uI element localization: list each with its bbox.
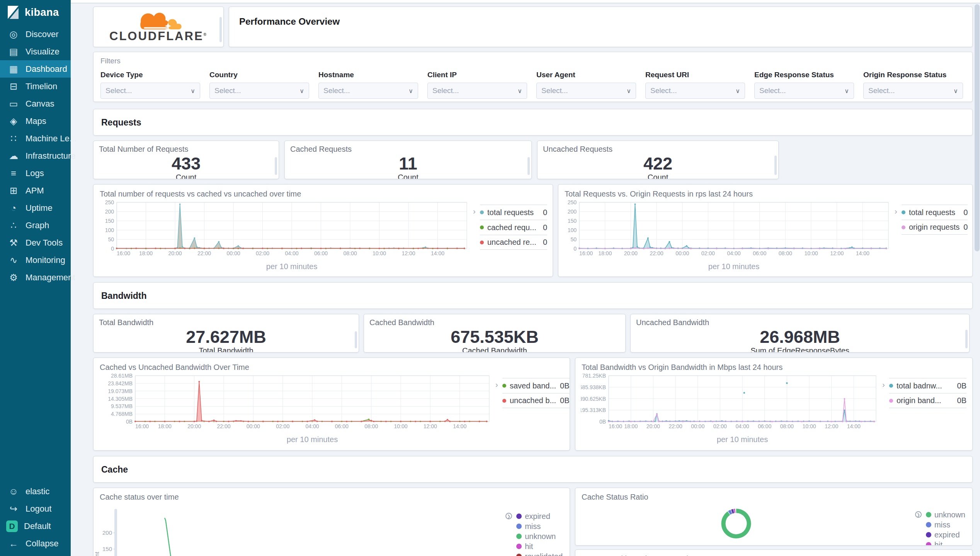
legend-item-hit[interactable]: hit <box>516 541 563 551</box>
filter-user-agent: User AgentSelect...∨ <box>536 71 636 99</box>
stat-sub: Count <box>543 173 773 179</box>
sidebar-item-canvas[interactable]: ▭Canvas <box>0 95 71 112</box>
sidebar-item-label: Logs <box>26 168 44 178</box>
sidebar-item-logout[interactable]: ↪Logout <box>0 500 71 517</box>
sidebar-item-default[interactable]: DDefault <box>0 517 71 535</box>
sidebar-item-label: Discover <box>26 29 59 39</box>
cloudflare-logo-icon <box>128 12 189 31</box>
sidebar-item-logs[interactable]: ≡Logs <box>0 164 71 182</box>
stat-sub: Count <box>290 173 526 179</box>
legend-collapse-icon[interactable]: › <box>473 207 476 216</box>
legend-collapse-icon[interactable]: › <box>895 207 897 216</box>
legend-label: hit <box>525 542 533 551</box>
legend-label: expired <box>525 512 550 521</box>
filter-select-client-ip[interactable]: Select...∨ <box>427 83 527 99</box>
legend-item-miss[interactable]: miss <box>516 521 563 531</box>
sidebar-item-discover[interactable]: ◎Discover <box>0 25 71 43</box>
sidebar-item-visualize[interactable]: ▤Visualize <box>0 43 71 60</box>
legend-dot <box>516 554 522 556</box>
legend-item-origin-requests[interactable]: origin requests0 <box>902 220 968 235</box>
panel-scrollbar[interactable] <box>355 331 357 348</box>
sidebar-item-machine-le[interactable]: ∷Machine Le... <box>0 130 71 147</box>
sidebar-item-uptime[interactable]: ◔Uptime <box>0 199 71 217</box>
svg-text:20:00: 20:00 <box>624 250 638 256</box>
legend-item-total-requests[interactable]: total requests0 <box>480 205 547 220</box>
legend-dot <box>502 399 506 403</box>
chevron-down-icon: ∨ <box>953 87 958 95</box>
svg-text:06:00: 06:00 <box>753 250 766 256</box>
kibana-logo[interactable]: kibana <box>0 0 71 25</box>
x-axis-label: per 10 minutes <box>135 435 489 444</box>
svg-text:00:00: 00:00 <box>226 250 240 256</box>
page-scrollbar-thumb[interactable] <box>975 4 980 251</box>
filter-select-country[interactable]: Select...∨ <box>209 83 309 99</box>
svg-text:14:00: 14:00 <box>453 423 466 429</box>
filter-select-origin-response-status[interactable]: Select...∨ <box>863 83 963 99</box>
sidebar-item-dashboard[interactable]: ▦Dashboard <box>0 60 71 78</box>
svg-text:250: 250 <box>105 200 114 205</box>
chevron-down-icon: ∨ <box>191 87 195 95</box>
legend-item-miss[interactable]: miss <box>926 520 965 530</box>
sidebar-item-collapse[interactable]: ←Collapse <box>0 535 71 552</box>
legend-collapse-icon[interactable]: › <box>882 380 885 389</box>
filter-select-user-agent[interactable]: Select...∨ <box>536 83 636 99</box>
sidebar-item-label: Default <box>24 521 51 531</box>
sidebar-item-timelion[interactable]: ⊟Timelion <box>0 78 71 95</box>
svg-text:04:00: 04:00 <box>727 250 740 256</box>
legend-item-total-badnw[interactable]: total badnw...0B <box>889 378 966 393</box>
filter-select-hostname[interactable]: Select...∨ <box>318 83 418 99</box>
legend-value: 0 <box>963 223 968 232</box>
legend-item-unknown[interactable]: unknown <box>516 531 563 541</box>
filter-select-edge-response-status[interactable]: Select...∨ <box>754 83 854 99</box>
legend-label: uncached re... <box>487 238 539 247</box>
stat-cached-requests: Cached Requests 11 Count <box>284 141 532 179</box>
page-scrollbar[interactable] <box>974 4 980 556</box>
sidebar-item-elastic[interactable]: ☺elastic <box>0 483 71 500</box>
svg-text:06:00: 06:00 <box>335 423 349 429</box>
chevron-down-icon: ∨ <box>735 87 740 95</box>
legend-item-expired[interactable]: ❯expired <box>516 511 563 521</box>
stat-title: Total Number of Requests <box>99 145 273 154</box>
legend-item-hit[interactable]: hit <box>926 540 965 546</box>
sidebar-item-dev-tools[interactable]: ⚒Dev Tools <box>0 234 71 251</box>
panel-scrollbar[interactable] <box>219 17 222 42</box>
sidebar-item-apm[interactable]: ⊞APM <box>0 182 71 199</box>
panel-scrollbar[interactable] <box>114 509 117 556</box>
stat-total-requests: Total Number of Requests 433 Count <box>93 141 279 179</box>
svg-text:50: 50 <box>570 236 577 242</box>
legend-item-revalidated[interactable]: revalidated <box>516 551 563 556</box>
panel-scrollbar[interactable] <box>527 157 530 175</box>
panel-scrollbar[interactable] <box>965 330 968 348</box>
filter-select-device-type[interactable]: Select...∨ <box>100 83 200 99</box>
sidebar-item-monitoring[interactable]: ∿Monitoring <box>0 251 71 269</box>
panel-scrollbar[interactable] <box>275 157 277 175</box>
legend-dot <box>902 225 905 229</box>
sidebar-item-management[interactable]: ⚙Management <box>0 269 71 286</box>
legend-collapse-icon[interactable]: ❯ <box>915 511 922 518</box>
legend-item-unknown[interactable]: ❯unknown <box>926 510 965 520</box>
filters-panel: Filters Device TypeSelect...∨CountrySele… <box>93 52 973 102</box>
legend-label: uncached b... <box>510 396 556 405</box>
svg-text:22:00: 22:00 <box>650 250 663 256</box>
x-axis-label: per 10 minutes <box>117 262 467 271</box>
page-title: Performance Overview <box>229 7 973 47</box>
svg-text:02:00: 02:00 <box>256 250 269 256</box>
sidebar-item-maps[interactable]: ◈Maps <box>0 112 71 130</box>
legend-item-total-requests[interactable]: total requests0 <box>902 205 968 220</box>
select-placeholder: Select... <box>868 86 953 95</box>
panel-scrollbar[interactable] <box>774 156 777 175</box>
logs-icon: ≡ <box>8 168 19 179</box>
legend-item-origin-band[interactable]: origin band...0B <box>889 393 966 408</box>
svg-text:100: 100 <box>568 227 577 233</box>
sidebar-item-infrastructure[interactable]: ☁Infrastructure <box>0 147 71 164</box>
svg-text:0: 0 <box>573 246 577 252</box>
legend-item-expired[interactable]: expired <box>926 530 965 540</box>
legend-item-uncached-re[interactable]: uncached re...0 <box>480 235 547 250</box>
legend-item-cached-requ[interactable]: cached requ...0 <box>480 220 547 235</box>
sidebar-item-graph[interactable]: ∴Graph <box>0 217 71 234</box>
legend-item-uncached-b[interactable]: uncached b...0B <box>502 393 570 408</box>
filter-select-request-uri[interactable]: Select...∨ <box>645 83 745 99</box>
select-placeholder: Select... <box>105 86 191 95</box>
legend-item-saved-band[interactable]: saved band...0B <box>502 378 570 393</box>
legend-collapse-icon[interactable]: › <box>495 380 498 389</box>
